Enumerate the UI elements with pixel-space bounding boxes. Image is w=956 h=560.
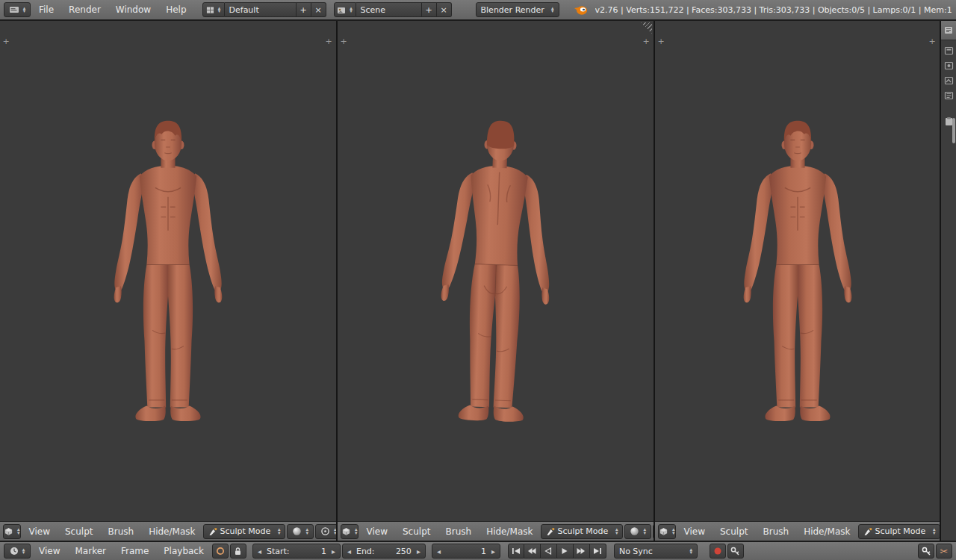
- keying-set-button[interactable]: [727, 544, 744, 559]
- add-scene-button[interactable]: +: [422, 2, 437, 17]
- insert-keyframe-button[interactable]: [918, 544, 934, 559]
- jump-to-start-button[interactable]: [508, 544, 524, 559]
- menu-marker[interactable]: Marker: [68, 546, 112, 556]
- area-corner-widget[interactable]: +: [1, 37, 10, 46]
- menu-sculpt[interactable]: Sculpt: [58, 526, 99, 537]
- 3d-view-editor-icon: [4, 527, 13, 536]
- properties-tab-icon[interactable]: [944, 61, 954, 70]
- viewport-editor-type-button[interactable]: ▴▾: [3, 524, 21, 539]
- menu-brush[interactable]: Brush: [756, 526, 795, 537]
- current-frame-field[interactable]: ◂ 1 ▸: [432, 544, 500, 559]
- viewport-editor-type-button[interactable]: ▴▾: [341, 524, 358, 539]
- pivot-dropdown[interactable]: ▴▾: [653, 524, 654, 539]
- menu-hide-mask[interactable]: Hide/Mask: [797, 526, 857, 537]
- shading-dropdown[interactable]: ▴▾: [624, 524, 651, 539]
- sculpt-brush-icon: [546, 527, 555, 536]
- 3d-viewport-canvas[interactable]: [338, 21, 654, 521]
- engine-dropdown-arrows: ▴▾: [551, 7, 554, 13]
- layout-name-field[interactable]: Default: [225, 2, 297, 17]
- area-corner-widget[interactable]: +: [642, 37, 651, 46]
- outliner-header[interactable]: [941, 21, 956, 40]
- scene-browse-button[interactable]: ▴▾: [334, 2, 356, 17]
- sync-dropdown[interactable]: No Sync ▴▾: [614, 544, 698, 559]
- mode-dropdown[interactable]: Sculpt Mode ▴▾: [541, 524, 623, 539]
- playback-controls: [508, 544, 606, 559]
- mode-dropdown[interactable]: Sculpt Mode ▴▾: [203, 524, 285, 539]
- info-editor-type-button[interactable]: ▴▾: [4, 2, 31, 17]
- matcap-sphere-icon: [292, 526, 302, 536]
- shading-dropdown[interactable]: ▴▾: [287, 524, 314, 539]
- next-keyframe-button[interactable]: [574, 544, 590, 559]
- delete-scene-button[interactable]: ×: [437, 2, 452, 17]
- delete-layout-button[interactable]: ×: [311, 2, 326, 17]
- scrollbar[interactable]: [952, 118, 955, 143]
- sync-dropdown-arrows: ▴▾: [689, 548, 692, 555]
- menu-playback[interactable]: Playback: [157, 546, 211, 556]
- properties-tab-icon[interactable]: [944, 76, 954, 85]
- scene-statistics: v2.76 | Verts:151,722 | Faces:303,733 | …: [595, 5, 952, 15]
- editor-switch-arrows: ▴▾: [23, 7, 26, 13]
- menu-sculpt[interactable]: Sculpt: [713, 526, 754, 537]
- render-engine-dropdown[interactable]: Blender Render ▴▾: [476, 2, 559, 17]
- viewport-editor-type-button[interactable]: ▴▾: [658, 524, 676, 539]
- increment-arrow[interactable]: ▸: [491, 547, 495, 556]
- decrement-arrow[interactable]: ◂: [258, 547, 261, 556]
- menu-file[interactable]: File: [32, 4, 60, 15]
- editor-switch-arrows: ▴▾: [672, 528, 675, 535]
- frame-start-field[interactable]: ◂ Start: 1 ▸: [252, 544, 341, 559]
- menu-render[interactable]: Render: [62, 4, 108, 15]
- 3d-viewport-canvas[interactable]: [655, 21, 940, 521]
- menu-window[interactable]: Window: [109, 4, 158, 15]
- properties-tab-icon[interactable]: [944, 46, 954, 55]
- scene-name-field[interactable]: Scene: [356, 2, 422, 17]
- sculpted-figure-front: [91, 116, 245, 430]
- increment-arrow[interactable]: ▸: [417, 547, 420, 556]
- editor-switch-arrows: ▴▾: [355, 528, 358, 535]
- properties-tab-icon[interactable]: [944, 91, 954, 100]
- play-button[interactable]: [557, 544, 574, 559]
- layout-browse-button[interactable]: ▴▾: [202, 2, 225, 17]
- mode-dropdown[interactable]: Sculpt Mode ▴▾: [858, 524, 940, 539]
- mode-dropdown-arrows: ▴▾: [933, 528, 936, 535]
- timeline-editor-type-button[interactable]: ▴▾: [4, 544, 31, 559]
- viewport-header: ▴▾ View Sculpt Brush Hide/Mask Sculpt Mo…: [655, 521, 940, 541]
- area-corner-widget[interactable]: +: [657, 37, 665, 46]
- viewport-front: + + ▴▾ View Sculpt Brush Hide/Mask Sculp…: [0, 21, 338, 541]
- area-corner-widget[interactable]: +: [339, 37, 348, 46]
- add-layout-button[interactable]: +: [297, 2, 311, 17]
- menu-view[interactable]: View: [677, 526, 712, 537]
- area-corner-widget[interactable]: +: [928, 37, 937, 46]
- right-panel-strip: [940, 21, 956, 541]
- lock-time-toggle[interactable]: [230, 544, 246, 559]
- menu-frame[interactable]: Frame: [114, 546, 155, 556]
- editor-switch-arrows: ▴▾: [22, 548, 25, 555]
- delete-keyframe-button[interactable]: ✂: [936, 544, 952, 559]
- menu-sculpt[interactable]: Sculpt: [396, 526, 437, 537]
- preview-range-toggle[interactable]: [212, 544, 229, 559]
- decrement-arrow[interactable]: ◂: [437, 547, 441, 556]
- editor-switch-arrows: ▴▾: [17, 528, 20, 535]
- menu-brush[interactable]: Brush: [438, 526, 478, 537]
- pivot-dropdown[interactable]: ▴▾: [315, 524, 336, 539]
- menu-brush[interactable]: Brush: [101, 526, 140, 537]
- menu-view[interactable]: View: [360, 526, 394, 537]
- frame-end-field[interactable]: ◂ End: 250 ▸: [342, 544, 426, 559]
- layout-browse-arrows: ▴▾: [218, 7, 221, 13]
- prev-keyframe-button[interactable]: [524, 544, 541, 559]
- menu-help[interactable]: Help: [159, 4, 193, 15]
- increment-arrow[interactable]: ▸: [332, 547, 335, 556]
- sculpted-figure-back: [419, 116, 573, 430]
- decrement-arrow[interactable]: ◂: [347, 547, 351, 556]
- area-corner-widget[interactable]: +: [324, 37, 333, 46]
- auto-keyframe-record-button[interactable]: [710, 544, 726, 559]
- key-icon: [730, 547, 740, 556]
- 3d-viewport-canvas[interactable]: [0, 21, 336, 521]
- record-icon: [713, 547, 722, 556]
- jump-to-end-button[interactable]: [590, 544, 606, 559]
- menu-view[interactable]: View: [22, 526, 57, 537]
- menu-view[interactable]: View: [32, 546, 66, 556]
- play-reverse-button[interactable]: [541, 544, 557, 559]
- 3d-view-editor-icon: [659, 527, 668, 536]
- menu-hide-mask[interactable]: Hide/Mask: [142, 526, 202, 537]
- menu-hide-mask[interactable]: Hide/Mask: [479, 526, 539, 537]
